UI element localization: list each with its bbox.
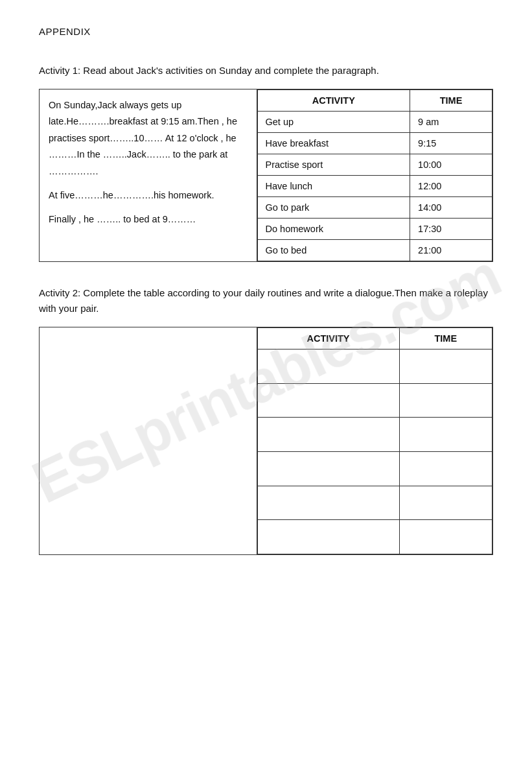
activity-cell: Have breakfast: [257, 133, 410, 154]
time-cell: 9:15: [410, 133, 492, 154]
activity2-section: Activity 2: Complete the table according…: [39, 285, 493, 555]
narrative-cell: On Sunday,Jack always gets up late.He…………: [40, 89, 257, 261]
activity1-instruction: Activity 1: Read about Jack's activities…: [39, 63, 493, 78]
activity2-col-time: TIME: [399, 328, 492, 349]
activity2-time-cell[interactable]: [399, 349, 492, 384]
activity2-activity-cell[interactable]: [257, 418, 399, 452]
activity-cell: Do homework: [257, 219, 410, 240]
activity2-time-cell[interactable]: [399, 383, 492, 418]
activity-cell: Practise sport: [257, 154, 410, 176]
activity1-table-wrapper: On Sunday,Jack always gets up late.He…………: [39, 89, 493, 262]
activity2-activity-cell[interactable]: [257, 349, 399, 384]
table-row: Have breakfast 9:15: [257, 133, 492, 154]
table-row[interactable]: [257, 383, 492, 418]
activity2-table-wrapper: ACTIVITY TIME: [39, 327, 493, 555]
table-row[interactable]: [257, 520, 492, 554]
time-cell: 21:00: [410, 240, 492, 261]
narrative-paragraph3: Finally , he …….. to bed at 9………: [49, 211, 248, 228]
activity2-activity-cell[interactable]: [257, 451, 399, 486]
narrative-paragraph1: On Sunday,Jack always gets up late.He…………: [49, 97, 248, 180]
activity1-col-activity: ACTIVITY: [257, 90, 410, 112]
table-row[interactable]: [257, 451, 492, 486]
table-row: Have lunch 12:00: [257, 176, 492, 197]
activity2-activity-cell[interactable]: [257, 383, 399, 418]
time-cell: 9 am: [410, 112, 492, 133]
activity2-blank-cell[interactable]: [40, 327, 257, 554]
activity1-col-time: TIME: [410, 90, 492, 112]
time-cell: 17:30: [410, 219, 492, 240]
time-cell: 12:00: [410, 176, 492, 197]
activity1-section: Activity 1: Read about Jack's activities…: [39, 63, 493, 262]
table-row: Go to park 14:00: [257, 197, 492, 219]
appendix-title: APPENDIX: [39, 26, 493, 37]
activity1-data-table: ACTIVITY TIME Get up 9 am Have breakfast…: [257, 89, 492, 261]
table-row: Get up 9 am: [257, 112, 492, 133]
activity2-time-cell[interactable]: [399, 486, 492, 520]
activity2-time-cell[interactable]: [399, 451, 492, 486]
table-row: Go to bed 21:00: [257, 240, 492, 261]
table-row[interactable]: [257, 418, 492, 452]
table-row[interactable]: [257, 486, 492, 520]
table-row[interactable]: [257, 349, 492, 384]
activity2-time-cell[interactable]: [399, 418, 492, 452]
activity2-time-cell[interactable]: [399, 520, 492, 554]
table-row: Practise sport 10:00: [257, 154, 492, 176]
activity2-data-table: ACTIVITY TIME: [257, 327, 492, 554]
time-cell: 14:00: [410, 197, 492, 219]
activity-cell: Go to park: [257, 197, 410, 219]
narrative-paragraph2: At five………he………….his homework.: [49, 187, 248, 204]
activity-cell: Get up: [257, 112, 410, 133]
activity-cell: Go to bed: [257, 240, 410, 261]
activity2-col-activity: ACTIVITY: [257, 328, 399, 349]
activity2-instruction: Activity 2: Complete the table according…: [39, 285, 493, 316]
table-row: Do homework 17:30: [257, 219, 492, 240]
activity2-activity-cell[interactable]: [257, 520, 399, 554]
activity-cell: Have lunch: [257, 176, 410, 197]
activity2-activity-cell[interactable]: [257, 486, 399, 520]
time-cell: 10:00: [410, 154, 492, 176]
